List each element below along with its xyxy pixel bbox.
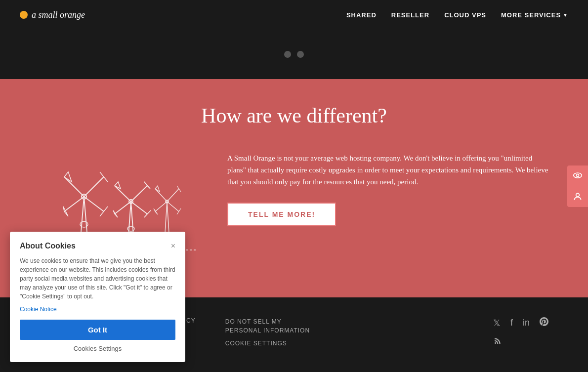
svg-point-39 — [574, 173, 582, 178]
svg-line-22 — [131, 202, 147, 214]
footer-col-3: DO NOT SELL MY PERSONAL INFORMATION COOK… — [225, 317, 314, 360]
svg-marker-32 — [177, 186, 181, 192]
sidebar-icons — [567, 165, 588, 207]
svg-marker-8 — [63, 207, 68, 216]
different-title-row: How are we different? — [40, 104, 548, 127]
tell-me-more-button[interactable]: TELL ME MORE! — [227, 203, 336, 226]
footer-social-row-2 — [493, 336, 548, 348]
chevron-down-icon: ▼ — [563, 12, 568, 18]
svg-point-41 — [576, 193, 580, 197]
footer-cookie-settings[interactable]: COOKIE SETTINGS — [225, 340, 314, 347]
brand-name: a small orange — [32, 10, 85, 20]
different-body-text: A Small Orange is not your average web h… — [227, 152, 548, 188]
nav-cloud-vps[interactable]: CLOUD VPS — [444, 11, 486, 19]
nav-links: SHARED RESELLER CLOUD VPS MORE SERVICES … — [346, 11, 568, 19]
hero-dot-1 — [284, 51, 291, 58]
linkedin-icon[interactable]: in — [523, 318, 530, 328]
cookie-title: About Cookies — [20, 242, 76, 250]
hero-dot-2 — [297, 51, 304, 58]
nav-reseller[interactable]: RESELLER — [391, 11, 429, 19]
facebook-icon[interactable]: f — [510, 318, 513, 328]
cookie-header: About Cookies × — [20, 242, 175, 250]
svg-line-29 — [155, 189, 167, 202]
cookie-close-button[interactable]: × — [171, 242, 175, 250]
cookie-body-text: We use cookies to ensure that we give yo… — [20, 256, 175, 301]
svg-line-7 — [64, 197, 84, 211]
cookies-settings-link[interactable]: Cookies Settings — [20, 345, 175, 352]
svg-marker-36 — [177, 208, 181, 214]
footer-do-not-sell[interactable]: DO NOT SELL MY PERSONAL INFORMATION — [225, 317, 314, 335]
nav-shared[interactable]: SHARED — [346, 11, 377, 19]
footer-social: 𝕏 f in — [493, 317, 548, 360]
rss-icon[interactable] — [493, 336, 502, 348]
svg-line-5 — [84, 177, 104, 197]
cookie-popup-overlay: About Cookies × We use cookies to ensure… — [10, 232, 185, 362]
different-content: A Small Orange is not your average web h… — [227, 147, 548, 226]
svg-line-20 — [115, 202, 131, 214]
navbar: a small orange SHARED RESELLER CLOUD VPS… — [0, 0, 588, 30]
svg-point-40 — [577, 174, 579, 177]
svg-line-9 — [84, 197, 104, 211]
svg-line-35 — [167, 202, 179, 211]
svg-marker-23 — [144, 210, 151, 217]
svg-line-31 — [167, 189, 179, 202]
svg-line-33 — [155, 202, 167, 211]
svg-marker-10 — [100, 207, 108, 216]
nav-more-services[interactable]: MORE SERVICES ▼ — [501, 11, 568, 19]
cookie-notice-link[interactable]: Cookie Notice — [20, 306, 175, 313]
different-title: How are we different? — [40, 104, 548, 127]
logo-dot — [20, 11, 28, 19]
svg-line-18 — [131, 186, 147, 202]
cookie-popup: About Cookies × We use cookies to ensure… — [10, 232, 185, 362]
svg-line-16 — [115, 186, 131, 202]
got-it-button[interactable]: Got It — [20, 320, 175, 340]
svg-marker-34 — [154, 208, 158, 214]
svg-line-3 — [64, 177, 84, 197]
hero-dots — [284, 51, 304, 58]
brand-logo[interactable]: a small orange — [20, 10, 85, 20]
twitter-icon[interactable]: 𝕏 — [493, 318, 501, 329]
pinterest-icon[interactable] — [540, 317, 548, 329]
svg-marker-21 — [113, 210, 118, 217]
footer-social-row-1: 𝕏 f in — [493, 317, 548, 329]
svg-marker-17 — [115, 182, 121, 189]
sidebar-eye-button[interactable] — [567, 165, 588, 186]
hero-section — [0, 30, 588, 79]
sidebar-user-button[interactable] — [567, 186, 588, 207]
